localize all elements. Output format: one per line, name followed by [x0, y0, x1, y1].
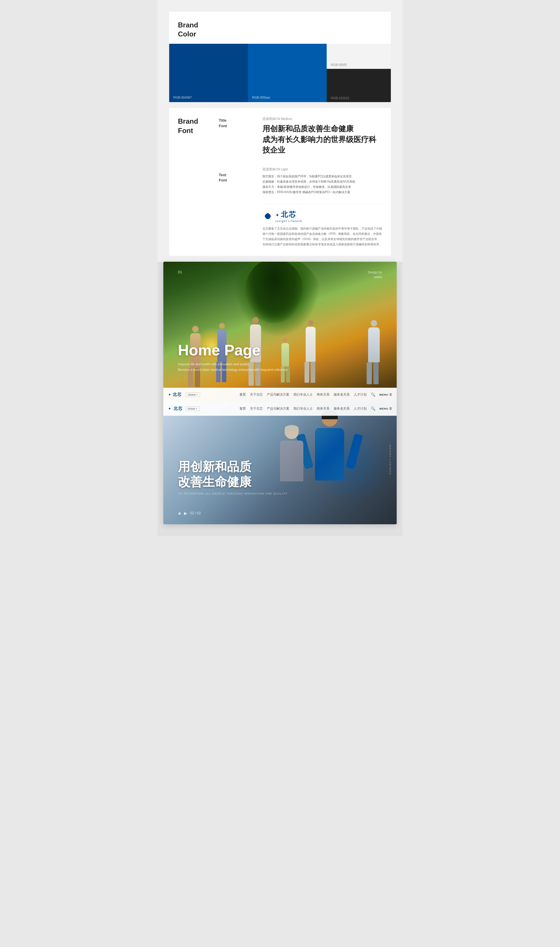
hero-subtitle-2: Become a world-class medical technology …: [178, 367, 288, 373]
hero-page-number: 01: [178, 270, 182, 274]
color-swatches-row: RGB:004387 RGB:005bac RGB:f3f3f3 RGB:222…: [169, 44, 391, 102]
rgb-dark-blue: RGB:004387: [173, 96, 244, 99]
nav-logo[interactable]: ✦ 北芯: [168, 392, 182, 397]
title-font-demo: 用创新和品质改善生命健康 成为有长久影响力的世界级医疗科技企业: [263, 123, 382, 155]
rgb-dark-charcoal: RGB:222222: [331, 96, 387, 100]
page2-subtitle: TO TRANSFORM ALL PEOPLE THROUGH INNOVATI…: [178, 492, 288, 495]
nav-global-button[interactable]: Global +: [186, 393, 200, 397]
nav-menu-label[interactable]: MENU ☰: [380, 393, 392, 396]
page2-counter: ◆ ▶ 02 / 02: [178, 511, 201, 516]
hero-design-credit: Design by paiiky: [368, 270, 382, 279]
company-description: 北芯聚集了五百余位全国能、国内医疗器械产业经验丰富的中青年骨干团队，产品包括了中…: [263, 226, 382, 247]
rgb-light-gray: RGB:f3f3f3: [331, 63, 387, 66]
brand-font-card: Brand Font Title Font Text Font 思源黑体CN M…: [169, 108, 391, 256]
brand-color-section: Brand Color RGB:004387 RGB:005bac RGB:f3…: [157, 0, 403, 108]
nav-link-professionals[interactable]: 我们专业人士: [294, 393, 313, 397]
text-font-category-label: Text Font: [219, 172, 260, 183]
swatch-light-gray: RGB:f3f3f3: [327, 44, 391, 69]
nav-link-home[interactable]: 首页: [240, 393, 246, 397]
rgb-mid-blue: RGB:005bac: [252, 96, 323, 99]
company-logo: ✦ 北芯 Insight Lifetech: [263, 210, 382, 223]
company-name-block: ✦ 北芯 Insight Lifetech: [275, 210, 303, 223]
nav-link-service[interactable]: 服务老关系: [334, 393, 350, 397]
hero-text-block: Home Page Improve life and health with i…: [178, 342, 288, 373]
beixin-logo-icon: [263, 211, 273, 222]
text-font-demo: 陈艺两至：四个获起高的国产FFR，为精通PC|注愿需来临床证实首至 足膜细腻：性…: [263, 174, 382, 195]
swatch-dark-blue: RGB:004387: [169, 44, 248, 102]
nav-link-about[interactable]: 关于北芯: [250, 393, 263, 397]
swatch-right-col: RGB:f3f3f3 RGB:222222: [327, 44, 391, 102]
title-font-category-label: Title Font: [219, 118, 260, 128]
title-font-name: 思源黑体CN Medium: [263, 117, 382, 121]
brand-color-label-area: Brand Color: [169, 12, 391, 38]
text-font-name: 思源黑体CN Light: [263, 167, 382, 171]
svg-rect-2: [265, 215, 271, 217]
brand-font-title: Brand Font: [178, 117, 216, 135]
homepage-mockup-section: 01 Design by paiiky Home Page Improve li…: [157, 262, 403, 524]
page2-main-title: 用创新和品质 改善生命健康: [178, 459, 288, 490]
hero-subtitle-1: Improve life and health with innovation …: [178, 362, 288, 367]
nav-links-group: 首页 关于北芯 产品与解决方案 我们专业人士 商务关系 服务老关系 人才计划 🔍…: [240, 393, 392, 397]
hero-image-area: 01 Design by paiiky Home Page Improve li…: [163, 262, 397, 402]
company-name-en: Insight Lifetech: [275, 220, 303, 223]
brand-font-section: Brand Font Title Font Text Font 思源黑体CN M…: [157, 108, 403, 262]
mockup-navbar: ✦ 北芯 Global + 首页 关于北芯 产品与解决方案 我们专业人士 商务关…: [163, 388, 397, 402]
page-wrapper: Brand Color RGB:004387 RGB:005bac RGB:f3…: [157, 0, 403, 536]
nav-link-products[interactable]: 产品与解决方案: [267, 393, 289, 397]
swatch-mid-blue: RGB:005bac: [248, 44, 327, 102]
swatch-dark-charcoal: RGB:222222: [327, 69, 391, 102]
homepage-mockup-card: 01 Design by paiiky Home Page Improve li…: [163, 262, 397, 524]
font-left-col: Brand Font: [178, 117, 216, 247]
page2-mockup: ✦ 北芯 Global + 首页 关于北芯 产品与解决方案 我们专业人士 商务关…: [163, 402, 397, 524]
page2-navbar: ✦ 北芯 Global + 首页 关于北芯 产品与解决方案 我们专业人士 商务关…: [163, 402, 397, 416]
nav-link-commerce[interactable]: 商务关系: [317, 393, 329, 397]
page2-title-block: 用创新和品质 改善生命健康 TO TRANSFORM ALL PEOPLE TH…: [178, 459, 288, 495]
company-logo-block: ✦ 北芯 Insight Lifetech 北芯聚集了五百余位全国能、国内医疗器…: [263, 204, 382, 247]
nav-link-talent[interactable]: 人才计划: [354, 393, 367, 397]
logo-symbol: ✦: [275, 212, 279, 218]
brand-color-title: Brand Color: [178, 20, 382, 38]
brand-color-card: Brand Color RGB:004387 RGB:005bac RGB:f3…: [169, 12, 391, 102]
nav-search-icon[interactable]: 🔍: [371, 393, 375, 397]
page2-side-text: INSIGHT LIFETECH: [389, 444, 391, 475]
page2-nav-links: 首页 关于北芯 产品与解决方案 我们专业人士 商务关系 服务老关系 人才计划 🔍…: [240, 407, 392, 411]
font-right-col: 思源黑体CN Medium 用创新和品质改善生命健康 成为有长久影响力的世界级医…: [260, 117, 382, 247]
company-name-cn: 北芯: [281, 210, 297, 219]
font-mid-col: Title Font Text Font: [216, 117, 260, 247]
hero-main-title: Home Page: [178, 342, 288, 359]
